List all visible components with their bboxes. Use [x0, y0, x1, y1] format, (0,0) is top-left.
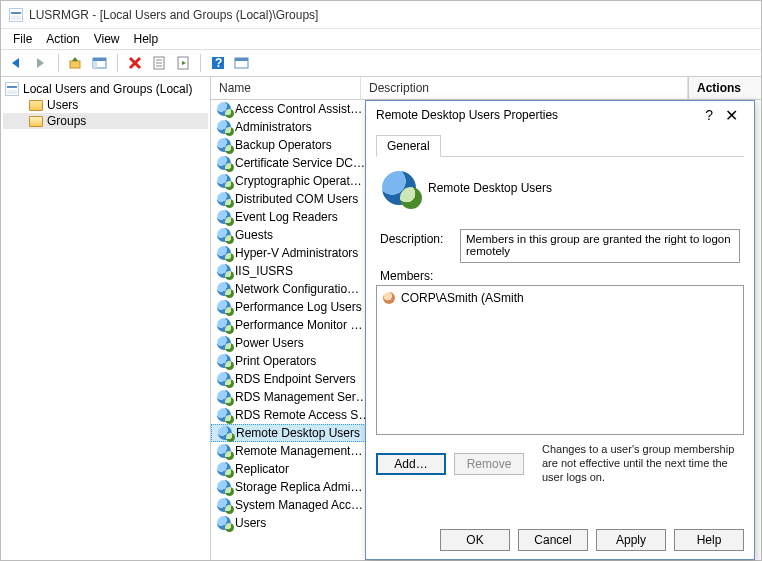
help-button[interactable]: ? [208, 53, 228, 73]
user-icon [383, 292, 395, 304]
tree-users-label: Users [47, 98, 78, 112]
group-row-label: Hyper-V Administrators [235, 246, 358, 260]
group-icon [217, 246, 231, 260]
svg-rect-18 [235, 58, 248, 61]
properties-button[interactable] [149, 53, 169, 73]
group-icon [217, 102, 231, 116]
menu-bar: File Action View Help [1, 29, 761, 49]
folder-open-icon [29, 116, 43, 127]
group-row-label: Event Log Readers [235, 210, 338, 224]
help-icon[interactable]: ? [699, 107, 719, 123]
member-label: CORP\ASmith (ASmith [401, 291, 524, 305]
dialog-title: Remote Desktop Users Properties [376, 108, 558, 122]
group-row-label: Backup Operators [235, 138, 332, 152]
group-row-label: Users [235, 516, 266, 530]
close-icon[interactable]: ✕ [719, 106, 744, 125]
group-big-icon [382, 171, 416, 205]
apply-button[interactable]: Apply [596, 529, 666, 551]
description-label: Description: [380, 229, 450, 246]
group-row-label: RDS Endpoint Servers [235, 372, 356, 386]
group-name: Remote Desktop Users [428, 181, 552, 195]
export-button[interactable] [173, 53, 193, 73]
svg-rect-2 [70, 61, 80, 68]
description-input[interactable]: Members in this group are granted the ri… [460, 229, 740, 263]
member-buttons: Add… Remove Changes to a user's group me… [376, 443, 744, 484]
toolbar-separator [58, 54, 59, 72]
membership-note: Changes to a user's group membership are… [542, 443, 744, 484]
menu-help[interactable]: Help [134, 32, 159, 46]
group-icon [217, 264, 231, 278]
svg-marker-3 [72, 57, 78, 61]
delete-button[interactable] [125, 53, 145, 73]
nav-tree[interactable]: Local Users and Groups (Local) Users Gro… [1, 77, 211, 561]
group-row-label: Performance Monitor … [235, 318, 362, 332]
app-icon [9, 8, 23, 22]
title-bar: LUSRMGR - [Local Users and Groups (Local… [1, 1, 761, 29]
group-icon [217, 174, 231, 188]
svg-rect-6 [93, 61, 97, 68]
tab-general[interactable]: General [376, 135, 441, 157]
menu-view[interactable]: View [94, 32, 120, 46]
column-header-row: Name Description [211, 77, 688, 100]
ok-button[interactable]: OK [440, 529, 510, 551]
group-row-label: Network Configuratio… [235, 282, 359, 296]
group-row-label: Print Operators [235, 354, 316, 368]
tree-root[interactable]: Local Users and Groups (Local) [3, 81, 208, 97]
group-icon [217, 156, 231, 170]
group-row-label: Remote Desktop Users [236, 426, 360, 440]
toolbar-separator [200, 54, 201, 72]
dialog-body: General Remote Desktop Users Description… [366, 129, 754, 484]
tree-root-label: Local Users and Groups (Local) [23, 82, 192, 96]
properties-dialog: Remote Desktop Users Properties ? ✕ Gene… [365, 100, 755, 560]
group-row-label: RDS Management Ser… [235, 390, 368, 404]
cancel-button[interactable]: Cancel [518, 529, 588, 551]
help-button[interactable]: Help [674, 529, 744, 551]
tree-groups[interactable]: Groups [3, 113, 208, 129]
column-description[interactable]: Description [361, 77, 688, 99]
members-list[interactable]: CORP\ASmith (ASmith [376, 285, 744, 435]
dialog-footer: OK Cancel Apply Help [440, 529, 744, 551]
toolbar: ? [1, 49, 761, 77]
group-icon [217, 318, 231, 332]
member-row[interactable]: CORP\ASmith (ASmith [381, 290, 739, 306]
group-row-label: Access Control Assist… [235, 102, 362, 116]
console-root-icon [5, 82, 19, 96]
tree-groups-label: Groups [47, 114, 86, 128]
group-row-label: IIS_IUSRS [235, 264, 293, 278]
remove-button: Remove [454, 453, 524, 475]
group-icon [217, 282, 231, 296]
svg-rect-5 [93, 58, 106, 61]
svg-marker-1 [37, 58, 44, 68]
add-button[interactable]: Add… [376, 453, 446, 475]
show-hide-tree-button[interactable] [90, 53, 110, 73]
group-row-label: Replicator [235, 462, 289, 476]
folder-icon [29, 100, 43, 111]
group-row-label: RDS Remote Access S… [235, 408, 370, 422]
group-icon [217, 516, 231, 530]
group-row-label: Guests [235, 228, 273, 242]
menu-file[interactable]: File [13, 32, 32, 46]
menu-action[interactable]: Action [46, 32, 79, 46]
dialog-titlebar: Remote Desktop Users Properties ? ✕ [366, 101, 754, 129]
group-header: Remote Desktop Users [376, 157, 744, 223]
group-icon [217, 138, 231, 152]
group-icon [218, 426, 232, 440]
group-row-label: Distributed COM Users [235, 192, 358, 206]
column-name[interactable]: Name [211, 77, 361, 99]
group-row-label: Performance Log Users [235, 300, 362, 314]
group-icon [217, 480, 231, 494]
group-row-label: Remote Management… [235, 444, 362, 458]
group-icon [217, 498, 231, 512]
up-button[interactable] [66, 53, 86, 73]
tree-users[interactable]: Users [3, 97, 208, 113]
group-icon [217, 210, 231, 224]
forward-button[interactable] [31, 53, 51, 73]
window-title: LUSRMGR - [Local Users and Groups (Local… [29, 8, 318, 22]
view-button[interactable] [232, 53, 252, 73]
group-icon [217, 372, 231, 386]
group-icon [217, 192, 231, 206]
back-button[interactable] [7, 53, 27, 73]
group-icon [217, 228, 231, 242]
group-icon [217, 300, 231, 314]
group-icon [217, 462, 231, 476]
